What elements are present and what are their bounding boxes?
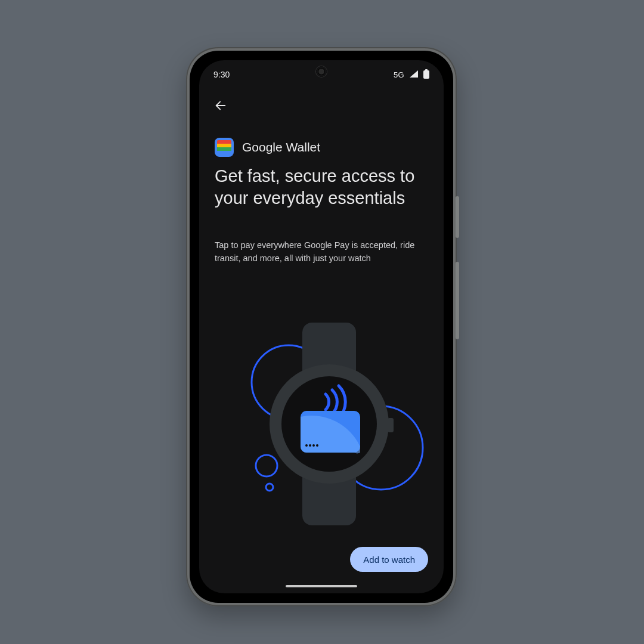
status-time: 9:30 xyxy=(213,70,230,79)
watch-illustration xyxy=(199,317,444,531)
svg-rect-1 xyxy=(425,69,428,71)
status-right: 5G xyxy=(394,69,429,80)
svg-point-14 xyxy=(312,444,315,447)
battery-icon xyxy=(423,69,429,80)
side-button-bottom xyxy=(456,262,459,339)
phone-frame: 9:30 5G Goog xyxy=(186,47,457,606)
wallet-app-icon xyxy=(215,138,234,157)
svg-point-5 xyxy=(256,455,277,476)
add-to-watch-button[interactable]: Add to watch xyxy=(350,547,428,572)
svg-point-13 xyxy=(309,444,311,447)
svg-point-15 xyxy=(316,444,318,447)
app-header: Google Wallet xyxy=(215,138,428,157)
side-button-top xyxy=(456,196,459,238)
page-title: Get fast, secure access to your everyday… xyxy=(215,165,428,209)
app-name: Google Wallet xyxy=(242,140,320,154)
phone-bezel: 9:30 5G Goog xyxy=(190,51,453,603)
status-bar: 9:30 5G xyxy=(199,60,444,89)
network-label: 5G xyxy=(394,70,404,79)
svg-rect-0 xyxy=(423,70,429,79)
back-button[interactable] xyxy=(213,100,228,114)
svg-rect-16 xyxy=(388,418,394,432)
signal-icon xyxy=(409,70,419,80)
page-subtitle: Tap to pay everywhere Google Pay is acce… xyxy=(215,239,428,265)
phone-screen: 9:30 5G Goog xyxy=(199,60,444,593)
nav-handle[interactable] xyxy=(286,585,357,587)
svg-point-12 xyxy=(305,444,308,447)
cta-label: Add to watch xyxy=(363,555,415,565)
svg-point-6 xyxy=(266,484,273,491)
arrow-left-icon xyxy=(214,99,227,114)
